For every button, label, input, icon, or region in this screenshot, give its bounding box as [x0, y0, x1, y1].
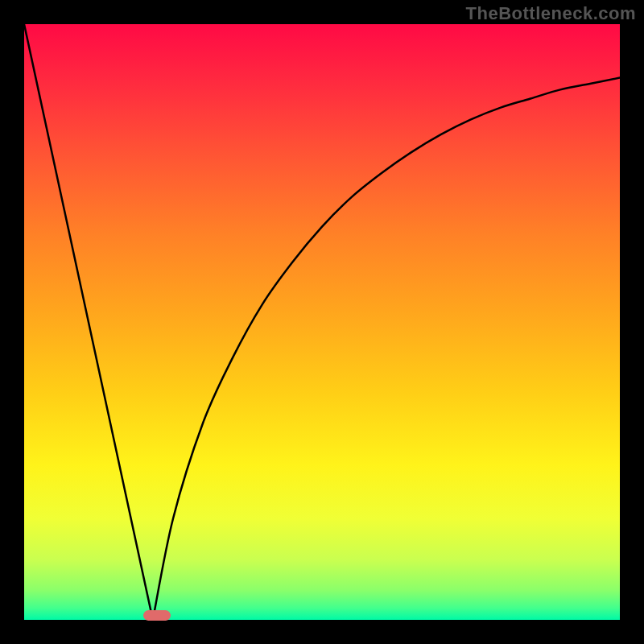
curve-left-branch — [24, 24, 153, 620]
watermark-text: TheBottleneck.com — [466, 3, 636, 24]
minimum-marker — [143, 610, 170, 621]
plot-area — [24, 24, 620, 620]
curve-svg — [24, 24, 620, 620]
chart-frame: TheBottleneck.com — [0, 0, 644, 644]
curve-right-branch — [153, 78, 620, 620]
